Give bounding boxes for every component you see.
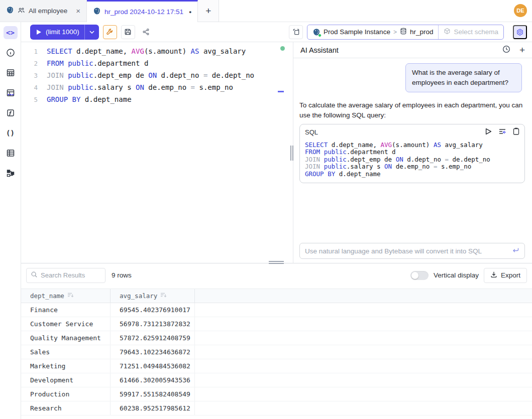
results-table: dept_name avg_salary (21, 289, 532, 419)
table-cell[interactable]: 56978.731213872832 (111, 317, 195, 331)
sidebar-item-views table2-icon[interactable] (4, 147, 18, 160)
connection-panel-button overlapping-squares-icon[interactable] (289, 25, 303, 39)
cube-icon (444, 28, 451, 36)
schema-selector[interactable]: Select schema (438, 25, 503, 39)
ai-sql-code: SELECT d.dept_name, AVG(s.amount) AS avg… (300, 138, 524, 183)
table-cell[interactable]: 71251.049484536082 (111, 359, 195, 373)
tab-label: hr_prod 2024-10-12 17:51 (104, 8, 183, 16)
table-cell[interactable]: Quality Management (21, 331, 111, 345)
ai-assistant-title: AI Assistant (300, 46, 339, 54)
table-cell[interactable]: Customer Service (21, 317, 111, 331)
sql-editor-app: All employee × hr_prod 2024-10-12 17:51 … (0, 0, 532, 419)
sort-icon[interactable] (67, 292, 74, 300)
scrollbar-mark (278, 91, 284, 92)
table-row[interactable]: Production59917.551582408549 (21, 387, 532, 401)
tab-bar-spacer: DE (219, 0, 532, 22)
sidebar-item-procedures parentheses-icon[interactable]: () (4, 126, 18, 139)
group-icon (18, 7, 25, 16)
table-cell[interactable]: Research (21, 401, 111, 415)
table-cell[interactable]: 79643.102234636872 (111, 345, 195, 359)
table-row[interactable]: Customer Service56978.731213872832 (21, 317, 532, 331)
share-button share-icon[interactable] (139, 25, 153, 39)
column-header-filler (195, 289, 532, 303)
submit-return-icon[interactable] (512, 246, 519, 255)
admin-wrench-button wrench-icon[interactable] (103, 25, 117, 39)
table-row[interactable]: Development61466.302005943536 (21, 373, 532, 387)
database-icon (400, 28, 407, 36)
sidebar-item-info info-icon[interactable] (4, 46, 18, 59)
unsaved-dot-icon: ● (189, 10, 191, 15)
tab-all-employee[interactable]: All employee × (0, 0, 87, 22)
vertical-display-label: Vertical display (434, 271, 479, 279)
run-code-play-icon[interactable] (485, 128, 492, 137)
postgres-icon (6, 6, 14, 16)
table-header-row: dept_name avg_salary (21, 289, 532, 303)
table-cell[interactable]: 57872.625912408759 (111, 331, 195, 345)
table-cell-filler (195, 345, 532, 359)
sidebar-item-tables table-icon[interactable] (4, 66, 18, 79)
search-results-input[interactable] (41, 271, 101, 279)
table-cell[interactable]: 69545.402376910017 (111, 303, 195, 317)
column-header-avg-salary[interactable]: avg_salary (111, 289, 195, 303)
table-cell[interactable]: Development (21, 373, 111, 387)
close-icon[interactable]: × (76, 7, 80, 15)
table-cell[interactable]: 61466.302005943536 (111, 373, 195, 387)
vertical-display-toggle[interactable] (410, 271, 429, 280)
column-header-dept-name[interactable]: dept_name (21, 289, 111, 303)
chevron-down-icon[interactable] (84, 25, 99, 40)
table-row[interactable]: Marketing71251.049484536082 (21, 359, 532, 373)
table-row[interactable]: Sales79643.102234636872 (21, 345, 532, 359)
table-cell[interactable]: 59917.551582408549 (111, 387, 195, 401)
ai-prompt-input-wrap (299, 243, 525, 259)
tab-label: All employee (29, 7, 67, 15)
table-cell-filler (195, 317, 532, 331)
table-cell[interactable]: Marketing (21, 359, 111, 373)
code-language-label: SQL (305, 128, 318, 136)
sidebar-item-data table-data-icon[interactable] (4, 86, 18, 99)
sql-editor[interactable]: 1SELECT d.dept_name, AVG(s.amount) AS av… (21, 42, 293, 263)
copy-clipboard-icon[interactable] (513, 127, 519, 137)
export-button[interactable]: Export (484, 268, 527, 283)
history-clock-icon[interactable] (502, 45, 510, 55)
sidebar-item-schema-diagram schema-diagram-icon[interactable] (4, 167, 18, 180)
results-panel: 9 rows Vertical display Export (21, 263, 532, 419)
ai-sql-code-block: SQL (299, 124, 525, 183)
insert-into-editor-icon[interactable] (498, 128, 506, 137)
table-cell[interactable]: Sales (21, 345, 111, 359)
sidebar-item-functions function-icon[interactable] (4, 106, 18, 119)
breadcrumb-separator: > (393, 29, 397, 36)
run-query-button[interactable]: (limit 1000) (30, 25, 99, 40)
editor-toolbar: (limit 1000) (21, 22, 532, 42)
status-dot-icon (318, 34, 322, 37)
new-tab-button[interactable]: + (198, 0, 219, 22)
table-body: Finance69545.402376910017Customer Servic… (21, 303, 532, 415)
database-name: hr_prod (410, 28, 434, 36)
table-cell[interactable]: Production (21, 387, 111, 401)
table-cell[interactable]: Finance (21, 303, 111, 317)
sort-icon[interactable] (160, 292, 167, 300)
ai-assistant-toggle-button openai-icon[interactable] (513, 25, 527, 39)
play-icon (36, 29, 42, 35)
table-cell-filler (195, 401, 532, 415)
tab-hr-prod[interactable]: hr_prod 2024-10-12 17:51 ● (87, 0, 198, 22)
ai-response-text: To calculate the average salary of emplo… (299, 100, 525, 120)
connection-health-dot-icon (280, 46, 285, 51)
save-button save-icon[interactable] (121, 25, 135, 39)
sidebar-item-editor code-icon[interactable]: <> (4, 26, 18, 39)
schema-placeholder: Select schema (454, 28, 498, 36)
row-count-label: 9 rows (112, 271, 132, 279)
connection-selector[interactable]: Prod Sample Instance > hr_prod Select sc… (307, 25, 504, 40)
drag-handle-horizontal-icon[interactable] (269, 261, 284, 264)
ai-prompt-input[interactable] (305, 247, 512, 255)
sql-editor-code[interactable]: 1SELECT d.dept_name, AVG(s.amount) AS av… (21, 45, 293, 105)
instance-name: Prod Sample Instance (324, 28, 390, 36)
table-row[interactable]: Research60238.952517985612 (21, 401, 532, 415)
user-message-bubble: What is the average salary of employees … (405, 63, 522, 92)
connection-instance[interactable]: Prod Sample Instance > hr_prod (307, 25, 438, 39)
new-chat-plus-icon[interactable]: + (519, 45, 525, 55)
table-cell[interactable]: 60238.952517985612 (111, 401, 195, 415)
avatar[interactable]: DE (514, 4, 527, 17)
table-row[interactable]: Finance69545.402376910017 (21, 303, 532, 317)
table-cell-filler (195, 373, 532, 387)
table-row[interactable]: Quality Management57872.625912408759 (21, 331, 532, 345)
